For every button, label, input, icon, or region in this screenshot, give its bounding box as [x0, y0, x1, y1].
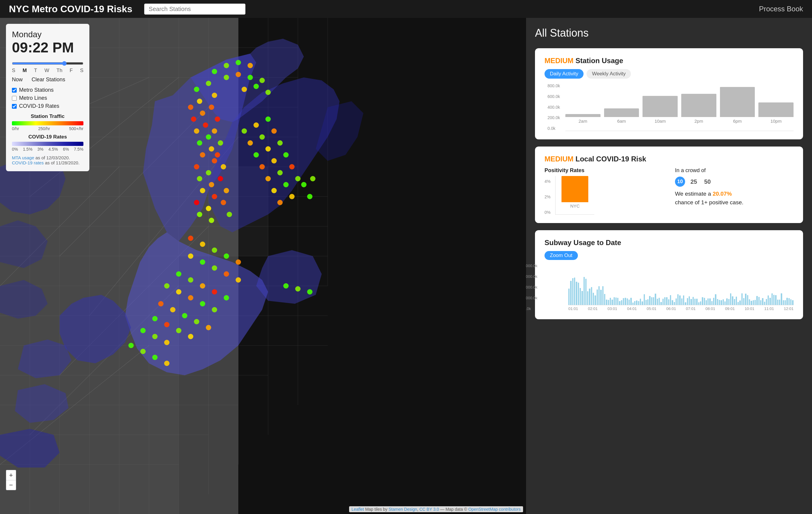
- day-Th[interactable]: Th: [57, 68, 63, 73]
- subway-bar: [743, 298, 744, 305]
- day-S2[interactable]: S: [80, 68, 83, 73]
- sx-04: 04:01: [627, 306, 637, 311]
- subway-bar: [713, 298, 714, 305]
- tab-weekly[interactable]: Weekly Activity: [586, 69, 631, 79]
- covid-1: 1.5%: [23, 147, 32, 152]
- svg-point-141: [194, 319, 199, 324]
- subway-bar: [636, 300, 637, 305]
- subway-bar: [629, 300, 630, 305]
- sx-03: 03:01: [608, 306, 617, 311]
- subway-x-labels: 01:01 02:01 03:01 04:01 05:01 06:01 07:0…: [568, 306, 793, 311]
- zoom-controls: + −: [6, 470, 16, 490]
- estimate-text: We estimate a 20.07% chance of 1+ positi…: [675, 190, 793, 207]
- covid-rates-checkbox[interactable]: [12, 104, 17, 109]
- clear-stations-button[interactable]: Clear Stations: [32, 77, 65, 83]
- positivity-title: Positivity Rates: [545, 168, 663, 174]
- svg-point-89: [265, 116, 271, 122]
- osm-link[interactable]: OpenStreetMap contributors: [468, 507, 521, 512]
- subway-zoom-out-button[interactable]: Zoom Out: [545, 251, 578, 260]
- subway-bar: [674, 302, 675, 305]
- cc-link[interactable]: CC BY 3.0: [419, 507, 439, 512]
- subway-bar: [612, 300, 613, 305]
- stamen-link[interactable]: Stamen Design: [388, 507, 417, 512]
- py-2: 2%: [545, 194, 550, 199]
- station-usage-chart-container: 0.0k 200.0k 400.0k 600.0k 800.0k 2am6am1…: [545, 83, 793, 131]
- metro-lines-label: Metro Lines: [19, 95, 47, 101]
- subway-bar: [642, 301, 643, 305]
- now-button[interactable]: Now: [12, 77, 23, 83]
- station-traffic-title: Station Traffic: [12, 114, 83, 119]
- subway-bar: [702, 297, 703, 305]
- svg-point-70: [209, 146, 214, 152]
- day-S[interactable]: S: [12, 68, 15, 73]
- time-slider[interactable]: [12, 61, 83, 66]
- leaflet-link[interactable]: Leaflet: [351, 507, 364, 512]
- crowd-50[interactable]: 50: [702, 177, 713, 187]
- svg-point-115: [241, 87, 247, 92]
- usage-bar-col: 2pm: [681, 94, 716, 124]
- svg-point-124: [200, 260, 205, 265]
- svg-point-94: [265, 146, 271, 152]
- svg-point-135: [188, 295, 193, 300]
- zoom-out-map-button[interactable]: −: [6, 480, 16, 490]
- crowd-section: In a crowd of 10 25 50 We estimate a 20.…: [675, 168, 793, 207]
- svg-point-87: [241, 128, 247, 134]
- station-traffic-gradient: [12, 121, 83, 125]
- crowd-25[interactable]: 25: [689, 177, 699, 187]
- covid-rates-label: COVID-19 Rates: [19, 103, 59, 109]
- sx-11: 11:01: [764, 306, 774, 311]
- subway-bar: [610, 298, 611, 305]
- metro-stations-checkbox[interactable]: [12, 88, 17, 93]
- subway-bar: [770, 298, 771, 305]
- metro-lines-checkbox[interactable]: [12, 96, 17, 101]
- positivity-y-labels: 0% 2% 4%: [545, 179, 550, 215]
- sx-06: 06:01: [666, 306, 676, 311]
- subway-bar: [591, 287, 592, 305]
- station-usage-title-suffix: Station Usage: [576, 57, 623, 65]
- y-400k: 400.0k: [548, 105, 560, 110]
- svg-point-84: [200, 188, 205, 193]
- svg-point-107: [212, 69, 217, 74]
- subway-bar: [627, 298, 628, 305]
- svg-point-121: [224, 253, 229, 259]
- sy-2000k: 2000.0k: [526, 296, 538, 300]
- covid-rates-legend-title: COVID-19 Rates: [12, 134, 83, 140]
- zoom-in-button[interactable]: +: [6, 470, 16, 480]
- subway-bar: [568, 289, 570, 305]
- day-W[interactable]: W: [45, 68, 49, 73]
- subway-bar: [786, 298, 788, 305]
- subway-bar: [753, 300, 754, 305]
- sy-6000k: 6000.0k: [526, 274, 538, 279]
- subway-bar: [655, 294, 656, 305]
- covid-source-link[interactable]: COVID-19 rates: [12, 160, 44, 165]
- covid-risk-header: MEDIUM Local COVID-19 Risk: [545, 155, 793, 163]
- covid-2: 3%: [37, 147, 44, 152]
- mta-usage-link[interactable]: MTA usage: [12, 155, 34, 160]
- usage-bar-col: 6pm: [720, 87, 755, 124]
- subway-bar: [644, 294, 645, 305]
- subway-bar: [715, 294, 716, 305]
- search-input[interactable]: [144, 4, 245, 14]
- svg-point-83: [197, 176, 202, 181]
- subway-bar: [756, 296, 757, 305]
- tab-daily[interactable]: Daily Activity: [545, 69, 583, 79]
- svg-point-65: [194, 87, 199, 92]
- svg-point-143: [152, 316, 157, 321]
- subway-bar: [672, 300, 673, 305]
- subway-bar: [630, 298, 632, 305]
- usage-bar: [566, 114, 601, 117]
- header: NYC Metro COVID-19 Risks Process Book: [0, 0, 812, 18]
- day-T[interactable]: T: [34, 68, 37, 73]
- day-M[interactable]: M: [23, 68, 27, 73]
- subway-bar: [574, 277, 575, 305]
- svg-point-156: [128, 343, 134, 348]
- svg-point-112: [236, 72, 241, 77]
- estimate-pct: 20.07%: [713, 190, 731, 197]
- usage-bar-label: 2am: [578, 119, 587, 124]
- process-book-link[interactable]: Process Book: [759, 5, 803, 13]
- day-F[interactable]: F: [70, 68, 73, 73]
- covid-5: 7.5%: [74, 147, 83, 152]
- svg-point-91: [259, 134, 265, 140]
- crowd-10[interactable]: 10: [675, 177, 685, 187]
- subway-bar: [600, 290, 601, 305]
